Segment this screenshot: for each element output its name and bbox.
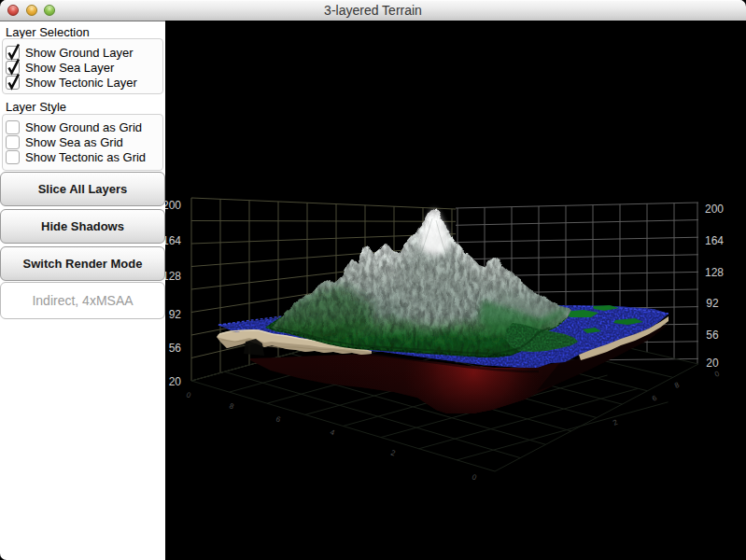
svg-text:92: 92: [706, 297, 719, 310]
svg-text:164: 164: [165, 234, 181, 247]
svg-text:200: 200: [165, 199, 181, 212]
svg-text:164: 164: [705, 234, 724, 247]
svg-text:20: 20: [706, 357, 719, 370]
svg-text:56: 56: [706, 329, 719, 342]
svg-text:20: 20: [169, 375, 182, 388]
svg-text:56: 56: [169, 342, 182, 355]
svg-text:128: 128: [165, 270, 181, 283]
svg-text:128: 128: [705, 266, 724, 279]
svg-text:92: 92: [169, 308, 182, 321]
svg-text:200: 200: [705, 203, 724, 216]
